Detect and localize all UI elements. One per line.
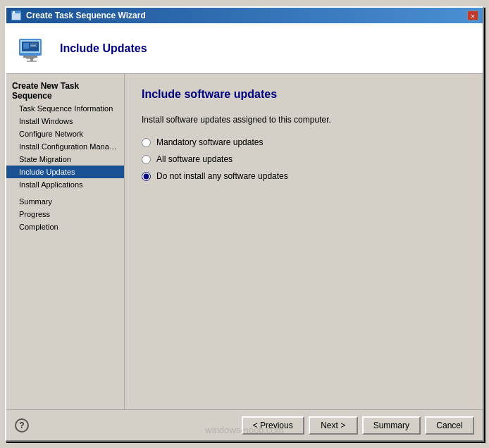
- previous-button[interactable]: < Previous: [242, 416, 304, 435]
- sidebar-item-install-applications[interactable]: Install Applications: [6, 178, 124, 191]
- header-icon: [16, 32, 50, 66]
- svg-rect-2: [13, 11, 15, 13]
- main-panel: Include software updates Install softwar…: [125, 74, 483, 409]
- header-title: Include Updates: [60, 42, 147, 55]
- footer-buttons: < Previous Next > Summary Cancel: [242, 416, 474, 435]
- header-panel: Include Updates: [6, 23, 483, 74]
- help-icon[interactable]: ?: [15, 418, 29, 433]
- radio-no-updates[interactable]: [142, 172, 151, 181]
- sidebar-item-progress[interactable]: Progress: [6, 208, 124, 220]
- sidebar-item-configure-network[interactable]: Configure Network: [6, 127, 124, 140]
- svg-rect-8: [30, 58, 33, 61]
- svg-rect-1: [12, 13, 20, 20]
- description-text: Install software updates assigned to thi…: [142, 115, 466, 125]
- radio-option-all-updates[interactable]: All software updates: [142, 154, 466, 164]
- radio-mandatory-label: Mandatory software updates: [156, 137, 263, 147]
- next-button[interactable]: Next >: [309, 416, 358, 435]
- sidebar-item-include-updates[interactable]: Include Updates: [6, 166, 124, 178]
- sidebar-item-completion[interactable]: Completion: [6, 220, 124, 233]
- radio-all-updates[interactable]: [142, 155, 151, 164]
- svg-rect-9: [27, 61, 37, 62]
- sidebar: Create New Task Sequence Task Sequence I…: [6, 74, 125, 409]
- svg-rect-13: [30, 46, 37, 47]
- close-button[interactable]: ✕: [467, 11, 478, 20]
- radio-option-no-updates[interactable]: Do not install any software updates: [142, 171, 466, 181]
- sidebar-section-label: Create New Task Sequence: [6, 78, 124, 102]
- sidebar-item-install-windows[interactable]: Install Windows: [6, 115, 124, 127]
- svg-rect-6: [23, 56, 37, 58]
- wizard-window: Create Task Sequence Wizard ✕ Include Up…: [5, 6, 484, 442]
- radio-no-updates-label: Do not install any software updates: [156, 171, 288, 181]
- sidebar-item-install-config-manager[interactable]: Install Configuration Manag...: [6, 140, 124, 153]
- main-title: Include software updates: [142, 88, 466, 101]
- content-area: Create New Task Sequence Task Sequence I…: [6, 74, 483, 409]
- cancel-button[interactable]: Cancel: [425, 416, 474, 435]
- sidebar-item-summary[interactable]: Summary: [6, 195, 124, 208]
- footer: ? < Previous Next > Summary Cancel: [6, 409, 483, 440]
- radio-option-mandatory[interactable]: Mandatory software updates: [142, 137, 466, 147]
- window-title: Create Task Sequence Wizard: [26, 11, 146, 20]
- radio-all-updates-label: All software updates: [156, 154, 233, 164]
- svg-rect-10: [23, 43, 29, 49]
- svg-rect-11: [30, 44, 37, 44]
- radio-group: Mandatory software updates All software …: [142, 137, 466, 181]
- footer-left: ?: [15, 418, 29, 433]
- sidebar-item-task-sequence-info[interactable]: Task Sequence Information: [6, 102, 124, 115]
- radio-mandatory[interactable]: [142, 138, 151, 147]
- title-bar: Create Task Sequence Wizard ✕: [6, 8, 483, 23]
- window-icon: [11, 10, 22, 21]
- svg-rect-12: [30, 45, 36, 46]
- summary-button[interactable]: Summary: [362, 416, 421, 435]
- sidebar-item-state-migration[interactable]: State Migration: [6, 153, 124, 166]
- title-bar-left: Create Task Sequence Wizard: [11, 10, 146, 21]
